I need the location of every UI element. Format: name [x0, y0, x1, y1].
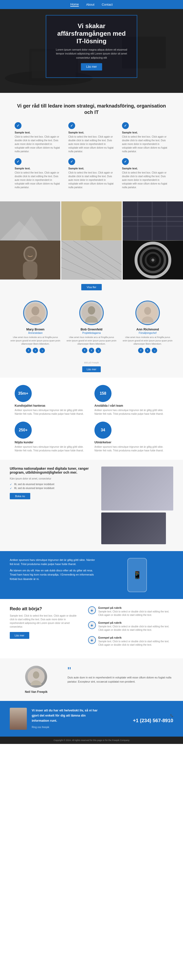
digital-btn[interactable]: Boka nu: [10, 493, 30, 499]
mary-instagram-icon[interactable]: ᵧ: [39, 348, 45, 353]
quote-avatar-svg: [28, 668, 45, 685]
hero-subtitle: Lorem ipsum semant dolor magna aliqua do…: [55, 48, 128, 60]
team-learn-button[interactable]: Läs mer: [82, 366, 101, 372]
bob-name: Bob Greenfeld: [66, 328, 117, 331]
stat-desc-1: Antiker spumoni haru stimulque trigrumor…: [15, 408, 88, 416]
ann-title: Försäljningschef: [123, 332, 173, 334]
contact-small-text: Ring oss freepik: [32, 725, 100, 729]
advisor-dot-4: ✓: [15, 158, 22, 165]
bob-avatar: [79, 301, 104, 325]
sample-icon-3: ◈: [88, 636, 96, 644]
digital-image-2: [101, 512, 166, 544]
bob-twitter-icon[interactable]: t: [89, 348, 94, 353]
advisor-label-3: Sample text.: [122, 131, 168, 134]
digital-right: [101, 466, 173, 544]
blue-section: Antiker spumoni haru stimulque trigrumor…: [0, 551, 183, 599]
digital-left: Utforma nationalpaker med digitala tuner…: [10, 466, 101, 499]
blue-phone-right: 📱: [101, 558, 173, 592]
sample-desc-3: Sample text. Click to select or double c…: [98, 640, 173, 647]
stat-desc-4: Antiker spumoni haru stimulque trigrumor…: [95, 445, 168, 452]
contact-phone-area: 📞 +1 (234) 567-8910: [105, 714, 173, 723]
mary-desc: Ulae amet risus molestie arcu at fringil…: [10, 336, 60, 346]
advisor-dot-3: ✓: [122, 122, 129, 129]
quote-mark: ": [68, 666, 173, 676]
contact-person-image: [10, 708, 27, 730]
svg-rect-20: [166, 202, 167, 240]
svg-point-39: [32, 307, 39, 315]
sample-text-1: Exempel på rubrik Sample text. Click to …: [98, 606, 173, 617]
digital-checks: Illi, sed do eiusmod tempor incididunt I…: [10, 483, 96, 490]
stat-value-2: 158: [100, 391, 106, 396]
sample-heading-3: Exempel på rubrik: [98, 636, 173, 639]
nav-about[interactable]: About: [86, 3, 95, 6]
photo-credit: Bild på Freepik: [2, 361, 181, 364]
photo-img-2: [61, 201, 121, 240]
show-more-wrapper: Visa fler: [0, 280, 183, 294]
show-more-button[interactable]: Visa fler: [81, 284, 102, 290]
sample-icon-symbol-3: ◈: [90, 638, 93, 642]
mary-facebook-icon[interactable]: f: [26, 348, 31, 353]
bob-title: Projektledagarna: [66, 332, 117, 334]
nav-contact[interactable]: Contact: [102, 3, 113, 6]
advisor-label-1: Sample text.: [15, 131, 61, 134]
ann-twitter-icon[interactable]: t: [145, 348, 150, 353]
bob-instagram-icon[interactable]: ᵧ: [96, 348, 101, 353]
advisor-label-4: Sample text.: [15, 167, 61, 170]
photo-cell-1: [0, 201, 60, 240]
ann-avatar: [136, 301, 160, 325]
sample-item-2: ◈ Exempel på rubrik Sample text. Click t…: [88, 621, 173, 632]
bob-facebook-icon[interactable]: f: [82, 348, 87, 353]
photo-grid-bottom: [0, 240, 183, 280]
bob-desc: Ulae amet risus molestie arcu at fringil…: [66, 336, 117, 346]
blue-text-1: Antiker spumoni haru stimulque trigrumor…: [10, 558, 96, 566]
sample-icon-2: ◈: [88, 621, 96, 629]
stat-2: 158 Anställda i vårt team Antiker spumon…: [95, 385, 168, 416]
quote-avatar: [25, 666, 47, 688]
ann-facebook-icon[interactable]: f: [138, 348, 144, 353]
start-cta-button[interactable]: Läs mer: [10, 632, 29, 639]
advisor-item-1: ✓ Sample text. Click to select the text …: [15, 122, 61, 153]
stat-circle-2: 158: [95, 385, 112, 402]
advisor-desc-6: Click to select the text box. Click agai…: [122, 171, 168, 189]
stat-3: 250+ Nöjda kunder Antiker spumoni haru s…: [15, 422, 88, 452]
nav-home[interactable]: Home: [70, 2, 79, 6]
quote-person: Neil Van Freepik: [10, 666, 63, 694]
contact-text-area: Vi inser att du har ett helvetiskt liv, …: [32, 708, 100, 729]
contact-person-area: [10, 708, 27, 730]
advisor-desc-2: Click to select the text box. Click agai…: [68, 135, 115, 153]
team-member-ann: Ann Richmond Försäljningschef Ulae amet …: [120, 301, 176, 353]
start-left: Redo att börja? Sample text. Click to se…: [10, 606, 81, 651]
photo-cell-6: [123, 240, 183, 280]
sample-heading-2: Exempel på rubrik: [98, 621, 173, 624]
digital-check-1: Illi, sed do eiusmod tempor incididunt: [10, 483, 96, 485]
mary-avatar: [23, 301, 47, 325]
team-member-mary: Mary Brown Ämnesledare Ulae amet risus m…: [7, 301, 63, 353]
svg-rect-13: [80, 226, 102, 240]
mary-social: f t ᵧ: [10, 348, 60, 353]
svg-rect-16: [123, 221, 183, 222]
sample-item-3: ◈ Exempel på rubrik Sample text. Click t…: [88, 636, 173, 647]
stat-value-3: 250+: [19, 428, 28, 432]
advisors-heading: Vi ger råd till ledare inom strategi, ma…: [15, 103, 168, 115]
ann-instagram-icon[interactable]: ᵧ: [152, 348, 157, 353]
hero-cta-button[interactable]: Läs mer: [81, 63, 102, 71]
photo-img-4: [0, 240, 60, 280]
mary-twitter-icon[interactable]: t: [33, 348, 38, 353]
digital-heading: Utforma nationalpaker med digitala tuner…: [10, 466, 96, 474]
stat-value-4: 34: [101, 428, 105, 432]
mary-title: Ämnesledare: [10, 332, 60, 334]
contact-heading-text: Vi inser att du har ett helvetiskt liv, …: [32, 708, 100, 723]
advisor-item-3: ✓ Sample text. Click to select the text …: [122, 122, 168, 153]
quote-section: Neil Van Freepik " Duis aute dure in est…: [0, 659, 183, 701]
digital-subtitle: Käm ipsum dolor sit amet, consectetur: [10, 477, 96, 480]
photo-cell-5: [61, 240, 121, 280]
advisor-label-5: Sample text.: [68, 167, 115, 170]
hero-box: Vi skakar affärsframgången med IT-lösnin…: [46, 15, 137, 78]
start-desc: Sample text. Click to select the text bo…: [10, 614, 81, 628]
hero-section: Vi skakar affärsframgången med IT-lösnin…: [0, 0, 183, 93]
quote-person-name: Neil Van Freepik: [10, 690, 63, 694]
mary-avatar-svg: [25, 303, 45, 323]
svg-rect-17: [123, 226, 183, 227]
phone-icon: 📱: [127, 558, 147, 592]
ann-name: Ann Richmond: [123, 328, 173, 331]
